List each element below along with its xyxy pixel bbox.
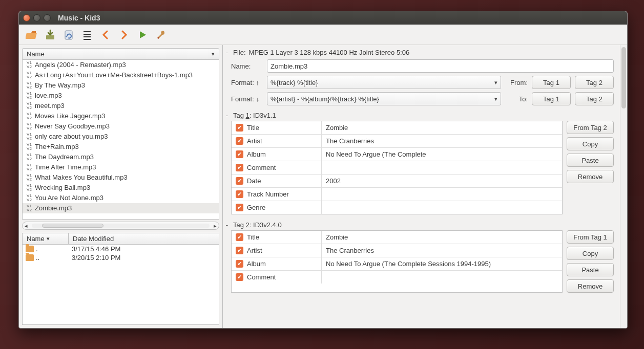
tag2-remove-button[interactable]: Remove (567, 279, 614, 293)
checkbox-icon[interactable]: ✔ (236, 164, 243, 171)
file-item[interactable]: V1V2The Daydream.mp3 (23, 152, 219, 162)
filename-input[interactable]: Zombie.mp3 (267, 59, 614, 73)
revert-button[interactable] (61, 27, 76, 42)
file-item[interactable]: V1V2You Are Not Alone.mp3 (23, 193, 219, 203)
tag-row[interactable]: ✔Comment (232, 271, 562, 283)
tag-row[interactable]: ✔AlbumNo Need To Argue (The Complete Ses… (232, 257, 562, 271)
minimize-icon[interactable] (33, 14, 40, 21)
tag-row[interactable]: ✔Comment (232, 161, 562, 174)
tag1-remove-button[interactable]: Remove (567, 170, 614, 183)
checkbox-icon[interactable]: ✔ (236, 273, 243, 281)
field-value[interactable]: The Cranberries (322, 135, 562, 147)
field-value[interactable] (322, 271, 562, 283)
play-button[interactable] (135, 27, 150, 42)
file-item[interactable]: V1V2The+Rain.mp3 (23, 142, 219, 152)
file-item[interactable]: V1V2What Makes You Beautiful.mp3 (23, 172, 219, 183)
dir-col-date[interactable]: Date Modified (69, 233, 219, 244)
tag2-table[interactable]: ✔TitleZombie✔ArtistThe Cranberries✔Album… (231, 230, 563, 293)
select-all-button[interactable] (79, 27, 95, 42)
checkbox-icon[interactable]: ✔ (236, 204, 243, 211)
file-item[interactable]: V1V2By The Way.mp3 (23, 80, 219, 91)
checkbox-icon[interactable]: ✔ (236, 247, 243, 254)
field-value[interactable] (322, 161, 562, 174)
maximize-icon[interactable] (44, 14, 51, 21)
close-icon[interactable] (23, 14, 30, 21)
tag2-copy-button[interactable]: Copy (567, 247, 614, 260)
directory-row[interactable]: ..3/20/15 2:10 PM (23, 253, 219, 262)
checkbox-icon[interactable]: ✔ (236, 233, 243, 241)
field-value[interactable] (322, 201, 562, 214)
file-item[interactable]: V1V2As+Long+As+You+Love+Me-Backstreet+Bo… (23, 70, 219, 80)
file-item[interactable]: V1V2Time After Time.mp3 (23, 162, 219, 172)
file-item[interactable]: V1V2love.mp3 (23, 91, 219, 101)
tag1-copy-button[interactable]: Copy (567, 137, 614, 150)
checkbox-icon[interactable]: ✔ (236, 190, 243, 198)
filelist-header[interactable]: Name ▾ (22, 48, 219, 60)
file-item[interactable]: V1V2meet.mp3 (23, 101, 219, 111)
file-item[interactable]: V1V2Moves Like Jagger.mp3 (23, 111, 219, 121)
tag2-paste-button[interactable]: Paste (567, 263, 614, 276)
file-item[interactable]: V1V2Never Say Goodbye.mp3 (23, 121, 219, 132)
filelist-header-label: Name (27, 50, 45, 58)
from-tag1-button[interactable]: Tag 1 (532, 76, 571, 89)
tag2-from-button[interactable]: From Tag 1 (567, 230, 614, 244)
checkbox-icon[interactable]: ✔ (236, 137, 243, 145)
titlebar[interactable]: Music - Kid3 (19, 11, 627, 25)
next-button[interactable] (116, 27, 132, 42)
field-value[interactable]: 2002 (322, 174, 562, 187)
field-value[interactable]: Zombie (322, 231, 562, 244)
tag-row[interactable]: ✔Genre (232, 201, 562, 214)
settings-button[interactable] (153, 27, 169, 42)
checkbox-icon[interactable]: ✔ (236, 150, 243, 158)
file-item[interactable]: V1V2Zombie.mp3 (23, 203, 219, 213)
file-section-collapser[interactable]: - (224, 49, 230, 56)
field-value[interactable]: No Need To Argue (The Complete (322, 148, 562, 161)
tag-row[interactable]: ✔TitleZombie (232, 121, 562, 135)
directory-row[interactable]: .3/17/15 4:46 PM (23, 245, 219, 253)
tag1-table[interactable]: ✔TitleZombie✔ArtistThe Cranberries✔Album… (231, 121, 563, 214)
directory-list[interactable]: .3/17/15 4:46 PM..3/20/15 2:10 PM (23, 245, 219, 324)
format-down-combo[interactable]: %{artist} - %{album}/%{track} %{title} ▾ (267, 92, 501, 105)
prev-button[interactable] (98, 27, 113, 42)
scroll-left-icon[interactable]: ◂ (23, 223, 30, 229)
tag2-collapser[interactable]: - (224, 221, 230, 229)
tag-row[interactable]: ✔AlbumNo Need To Argue (The Complete (232, 148, 562, 161)
checkbox-icon[interactable]: ✔ (236, 177, 243, 185)
tag-row[interactable]: ✔Track Number (232, 188, 562, 201)
file-name: Never Say Goodbye.mp3 (35, 122, 110, 131)
tag-row[interactable]: ✔Date2002 (232, 174, 562, 188)
tag1-paste-button[interactable]: Paste (567, 154, 614, 167)
save-button[interactable] (43, 27, 58, 42)
dropdown-icon[interactable]: ▾ (212, 51, 215, 57)
tag1-collapser[interactable]: - (224, 112, 230, 119)
format-down-value: %{artist} - %{album}/%{track} %{title} (271, 95, 379, 103)
tag-row[interactable]: ✔ArtistThe Cranberries (232, 135, 562, 148)
tag1-from-button[interactable]: From Tag 2 (567, 121, 614, 134)
tag-row[interactable]: ✔ArtistThe Cranberries (232, 244, 562, 257)
checkbox-icon[interactable]: ✔ (236, 260, 243, 268)
to-tag1-button[interactable]: Tag 1 (532, 92, 571, 105)
from-tag2-button[interactable]: Tag 2 (575, 76, 614, 89)
file-name: meet.mp3 (35, 101, 65, 111)
dir-col-name[interactable]: Name ▾ (23, 233, 69, 244)
vertical-scrollbar[interactable] (620, 45, 627, 328)
file-item[interactable]: V1V2only care about you.mp3 (23, 132, 219, 142)
scroll-right-icon[interactable]: ▸ (212, 223, 219, 229)
field-value[interactable]: No Need To Argue (The Complete Sessions … (322, 257, 562, 270)
scrollbar-thumb[interactable] (621, 47, 626, 108)
field-value[interactable]: The Cranberries (322, 244, 562, 257)
to-tag2-button[interactable]: Tag 2 (575, 92, 614, 105)
format-up-combo[interactable]: %{track} %{title} ▾ (267, 76, 501, 89)
horizontal-scrollbar[interactable]: ◂ ▸ (22, 222, 219, 230)
scrollbar-thumb[interactable] (42, 224, 103, 228)
tag-row[interactable]: ✔TitleZombie (232, 231, 562, 244)
field-value[interactable]: Zombie (322, 121, 562, 134)
open-button[interactable] (24, 27, 39, 42)
file-list[interactable]: V1V2Angels (2004 - Remaster).mp3V1V2As+L… (22, 60, 219, 220)
tag-badge-icon: V1V2 (26, 122, 33, 130)
file-name: Zombie.mp3 (35, 204, 72, 213)
file-item[interactable]: V1V2Wrecking Ball.mp3 (23, 183, 219, 193)
file-item[interactable]: V1V2Angels (2004 - Remaster).mp3 (23, 60, 219, 70)
field-value[interactable] (322, 188, 562, 201)
checkbox-icon[interactable]: ✔ (236, 124, 243, 132)
